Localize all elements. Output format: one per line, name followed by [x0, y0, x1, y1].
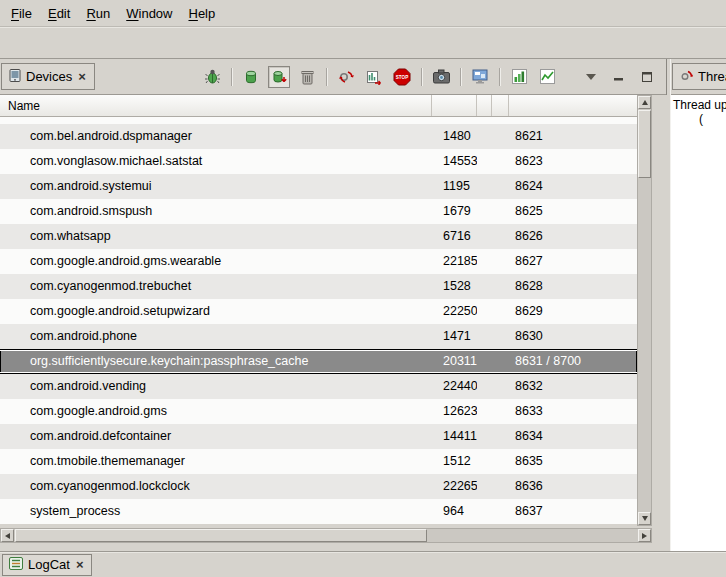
table-row[interactable]: com.google.android.gms 12623 8633 — [0, 399, 637, 424]
pid-cell: 6716 — [432, 224, 477, 249]
maximize-icon[interactable] — [636, 66, 658, 88]
pid-cell: 22265 — [432, 474, 477, 499]
toolbar-separator — [326, 68, 327, 86]
scroll-down-button[interactable] — [638, 512, 651, 525]
empty-cell — [477, 399, 492, 424]
process-name-cell: com.tmobile.thememanager — [0, 449, 432, 474]
column-header-empty — [492, 95, 509, 116]
close-icon[interactable]: × — [77, 71, 87, 83]
port-cell: 8629 — [509, 299, 637, 324]
process-name-cell: com.android.vending — [0, 374, 432, 399]
stop-process-icon[interactable]: STOP — [391, 66, 413, 88]
scroll-right-button[interactable] — [638, 529, 651, 542]
tab-threads[interactable]: Threads — [672, 63, 726, 90]
horizontal-scrollbar[interactable] — [0, 528, 652, 543]
arrow-up-icon — [642, 100, 648, 105]
vertical-scrollbar[interactable] — [637, 95, 652, 526]
dump-hprof-icon[interactable] — [268, 66, 290, 88]
empty-cell — [477, 374, 492, 399]
table-row[interactable]: com.google.android.gms.wearable 22185 86… — [0, 249, 637, 274]
table-row[interactable]: com.google.android.setupwizard 22250 862… — [0, 299, 637, 324]
vertical-scrollbar-thumb[interactable] — [638, 110, 651, 178]
menu-file[interactable]: File — [3, 2, 40, 25]
menu-window[interactable]: Window — [118, 2, 180, 25]
empty-cell — [492, 350, 509, 373]
empty-cell — [477, 424, 492, 449]
process-name-cell: com.vonglasow.michael.satstat — [0, 149, 432, 174]
port-cell: 8630 — [509, 324, 637, 349]
table-row[interactable]: com.bel.android.dspmanager 1480 8621 — [0, 124, 637, 149]
devices-toolbar: STOP — [201, 66, 658, 88]
bottom-bar: LogCat × — [0, 551, 726, 577]
column-header-pid — [432, 95, 477, 116]
debug-process-icon[interactable] — [201, 66, 223, 88]
toolbar-separator — [460, 68, 461, 86]
tab-logcat[interactable]: LogCat × — [2, 554, 92, 576]
empty-cell — [477, 224, 492, 249]
view-menu-icon[interactable] — [580, 66, 602, 88]
pid-cell: 22250 — [432, 299, 477, 324]
table-row[interactable]: com.android.smspush 1679 8625 — [0, 199, 637, 224]
system-info-icon[interactable] — [508, 66, 530, 88]
empty-cell — [492, 174, 509, 199]
port-cell: 8636 — [509, 474, 637, 499]
empty-cell — [492, 499, 509, 524]
table-row[interactable]: system_process 964 8637 — [0, 499, 637, 524]
partial-row — [0, 117, 637, 124]
port-cell: 8637 — [509, 499, 637, 524]
screen-capture-icon[interactable] — [430, 66, 452, 88]
table-row[interactable]: com.android.vending 22440 8632 — [0, 374, 637, 399]
table-row[interactable]: org.sufficientlysecure.keychain:passphra… — [0, 349, 637, 374]
table-row[interactable]: com.android.systemui 1195 8624 — [0, 174, 637, 199]
empty-cell — [477, 449, 492, 474]
port-cell: 8624 — [509, 174, 637, 199]
table-row[interactable]: com.vonglasow.michael.satstat 14553 8623 — [0, 149, 637, 174]
threads-message-line2: ( — [671, 112, 726, 126]
start-method-profiling-icon[interactable] — [363, 66, 385, 88]
toolbar-separator — [421, 68, 422, 86]
menu-edit[interactable]: Edit — [40, 2, 78, 25]
scroll-up-button[interactable] — [638, 96, 651, 109]
table-row[interactable]: com.android.defcontainer 14411 8634 — [0, 424, 637, 449]
process-name-cell: com.android.defcontainer — [0, 424, 432, 449]
close-icon[interactable]: × — [75, 559, 85, 571]
empty-cell — [477, 124, 492, 149]
empty-cell — [492, 474, 509, 499]
scroll-left-button[interactable] — [1, 529, 14, 542]
process-table-body: com.bel.android.dspmanager 1480 8621 com… — [0, 117, 637, 524]
menu-help[interactable]: Help — [180, 2, 223, 25]
empty-cell — [477, 474, 492, 499]
minimize-icon[interactable] — [608, 66, 630, 88]
arrow-down-icon — [642, 516, 648, 521]
table-row[interactable]: com.cyanogenmod.trebuchet 1528 8628 — [0, 274, 637, 299]
empty-cell — [477, 149, 492, 174]
empty-cell — [492, 449, 509, 474]
empty-cell — [492, 274, 509, 299]
main-toolbar — [0, 27, 726, 59]
port-cell: 8631 / 8700 — [509, 350, 637, 373]
svg-text:STOP: STOP — [396, 75, 408, 80]
process-name-cell: com.cyanogenmod.trebuchet — [0, 274, 432, 299]
table-row[interactable]: com.whatsapp 6716 8626 — [0, 224, 637, 249]
cause-gc-icon[interactable] — [296, 66, 318, 88]
empty-cell — [492, 424, 509, 449]
dump-view-hierarchy-icon[interactable] — [469, 66, 491, 88]
update-heap-icon[interactable] — [240, 66, 262, 88]
update-threads-icon[interactable] — [335, 66, 357, 88]
table-row[interactable]: com.cyanogenmod.lockclock 22265 8636 — [0, 474, 637, 499]
empty-cell — [492, 399, 509, 424]
arrow-right-icon — [642, 533, 647, 539]
pid-cell: 964 — [432, 499, 477, 524]
threads-icon — [680, 69, 693, 85]
network-stats-icon[interactable] — [536, 66, 558, 88]
tab-devices[interactable]: Devices × — [1, 63, 95, 90]
process-name-cell: com.bel.android.dspmanager — [0, 124, 432, 149]
table-row[interactable]: com.android.phone 1471 8630 — [0, 324, 637, 349]
pid-cell: 20311 — [432, 350, 477, 373]
menu-run[interactable]: Run — [78, 2, 118, 25]
table-row[interactable]: com.tmobile.thememanager 1512 8635 — [0, 449, 637, 474]
pid-cell: 22185 — [432, 249, 477, 274]
main-area: Devices × STOP Name com.bel. — [0, 59, 726, 551]
horizontal-scrollbar-thumb[interactable] — [15, 529, 427, 542]
process-name-cell: com.android.systemui — [0, 174, 432, 199]
